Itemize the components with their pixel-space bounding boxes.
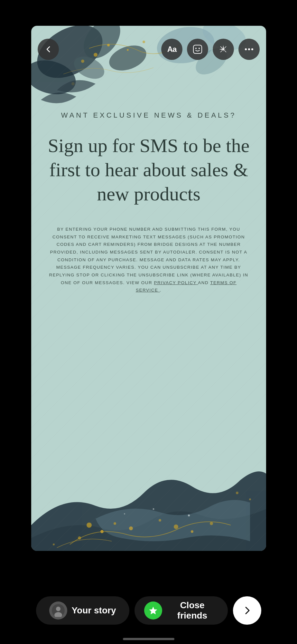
svg-point-18 <box>129 526 133 530</box>
phone-frame: Aa <box>0 0 297 644</box>
more-button[interactable] <box>238 39 260 60</box>
your-story-avatar <box>49 601 67 620</box>
svg-point-17 <box>114 522 116 525</box>
svg-point-31 <box>195 48 197 49</box>
your-story-button[interactable]: Your story <box>36 596 129 625</box>
svg-point-36 <box>251 48 253 50</box>
svg-point-27 <box>188 514 190 516</box>
svg-point-34 <box>245 48 247 50</box>
close-friends-label: Close friends <box>167 600 218 621</box>
svg-point-15 <box>87 523 92 528</box>
svg-point-38 <box>56 607 60 611</box>
svg-point-26 <box>53 543 55 545</box>
svg-point-25 <box>249 498 251 500</box>
effects-button[interactable] <box>213 39 234 60</box>
svg-point-29 <box>124 513 125 514</box>
svg-point-33 <box>223 49 224 50</box>
toolbar-right: Aa <box>161 39 260 60</box>
bottom-bar: Your story Close friends <box>0 596 297 625</box>
sticker-button[interactable] <box>187 39 208 60</box>
headline-large: Sign up for SMS to be the first to hear … <box>44 134 253 206</box>
text-format-button[interactable]: Aa <box>161 39 182 60</box>
headline-small: WANT EXCLUSIVE NEWS & DEALS? <box>61 110 237 121</box>
svg-point-24 <box>236 492 238 494</box>
svg-point-11 <box>81 60 84 63</box>
next-button[interactable] <box>233 596 261 625</box>
svg-point-22 <box>191 530 193 533</box>
svg-point-28 <box>153 508 154 510</box>
svg-point-23 <box>210 522 213 525</box>
svg-point-32 <box>199 48 200 49</box>
toolbar: Aa <box>31 39 266 60</box>
close-friends-icon <box>144 601 162 620</box>
svg-rect-30 <box>193 45 202 53</box>
svg-marker-40 <box>149 607 157 614</box>
story-card: Aa <box>31 26 266 551</box>
close-friends-button[interactable]: Close friends <box>135 596 228 625</box>
your-story-label: Your story <box>72 605 116 616</box>
legal-text: BY ENTERING YOUR PHONE NUMBER AND SUBMIT… <box>49 226 248 294</box>
home-indicator <box>123 638 174 640</box>
svg-point-21 <box>174 524 178 529</box>
deco-bottom <box>31 428 266 551</box>
svg-point-35 <box>248 48 250 50</box>
svg-point-20 <box>159 519 161 522</box>
content-area: WANT EXCLUSIVE NEWS & DEALS? Sign up for… <box>31 110 266 294</box>
back-button[interactable] <box>38 39 59 60</box>
privacy-policy-link[interactable]: PRIVACY POLICY <box>154 280 198 285</box>
